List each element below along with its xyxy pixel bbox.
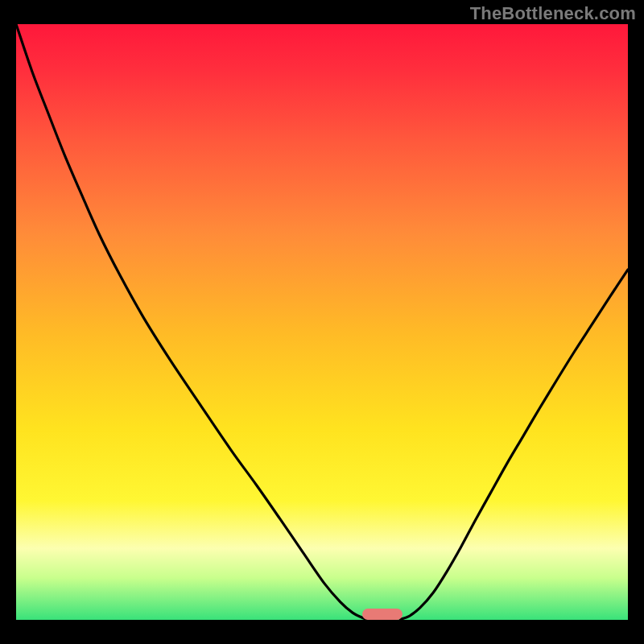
right-branch-curve <box>400 270 628 619</box>
bottleneck-marker <box>362 609 402 620</box>
curve-layer <box>16 24 628 620</box>
left-branch-curve <box>16 24 366 619</box>
plot-area <box>16 24 628 620</box>
chart-frame: TheBottleneck.com <box>0 0 644 644</box>
watermark-text: TheBottleneck.com <box>470 3 636 24</box>
